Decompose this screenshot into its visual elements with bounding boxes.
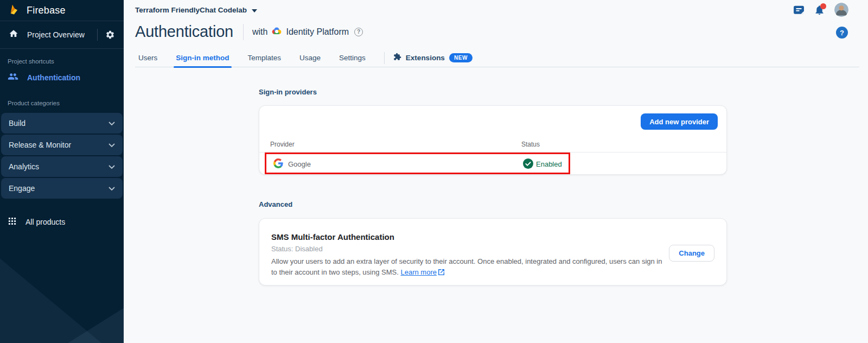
tab-sign-in-method[interactable]: Sign-in method bbox=[173, 49, 232, 67]
project-overview-row: Project Overview bbox=[0, 21, 124, 49]
check-circle-icon bbox=[523, 158, 533, 171]
sms-mfa-description: Allow your users to add an extra layer o… bbox=[271, 256, 662, 278]
tab-bar: Users Sign-in method Templates Usage Set… bbox=[135, 49, 859, 67]
sidebar-item-all-products[interactable]: All products bbox=[0, 213, 124, 231]
sms-mfa-card: SMS Multi-factor Authentication Status: … bbox=[259, 218, 727, 285]
sms-mfa-title: SMS Multi-factor Authentication bbox=[271, 232, 394, 242]
topbar-icons bbox=[793, 3, 848, 17]
release-notes-icon bbox=[793, 5, 805, 15]
status-badge: Enabled bbox=[536, 160, 562, 168]
category-list: Build Release & Monitor Analytics Engage bbox=[0, 113, 124, 199]
new-badge: NEW bbox=[449, 53, 473, 62]
provider-row-google[interactable]: Google Enabled bbox=[259, 153, 726, 174]
advanced-heading: Advanced bbox=[259, 200, 292, 208]
tab-usage[interactable]: Usage bbox=[296, 49, 324, 67]
google-g-icon bbox=[273, 158, 283, 170]
dropdown-caret-icon bbox=[252, 5, 257, 15]
chevron-down-icon bbox=[108, 183, 115, 193]
google-cloud-icon bbox=[271, 27, 282, 37]
sidebar-category-engage[interactable]: Engage bbox=[1, 178, 123, 199]
page-header: Authentication with Identity Platform ? bbox=[135, 23, 363, 41]
change-button[interactable]: Change bbox=[669, 245, 714, 262]
external-link-icon bbox=[438, 268, 444, 278]
sidebar-item-authentication[interactable]: Authentication bbox=[0, 68, 124, 87]
page-title: Authentication bbox=[135, 23, 233, 41]
firebase-logo[interactable]: Firebase bbox=[0, 0, 124, 21]
sidebar-category-build[interactable]: Build bbox=[1, 113, 123, 134]
column-status: Status bbox=[521, 141, 540, 148]
sidebar: Firebase Project Overview Project shortc… bbox=[0, 0, 124, 343]
notification-dot bbox=[820, 3, 826, 9]
sidebar-category-release-monitor[interactable]: Release & Monitor bbox=[1, 135, 123, 155]
column-provider: Provider bbox=[270, 141, 295, 148]
home-icon bbox=[9, 29, 18, 41]
gear-icon bbox=[105, 30, 115, 40]
help-circle-icon[interactable]: ? bbox=[354, 28, 363, 36]
tab-users[interactable]: Users bbox=[135, 49, 161, 67]
release-notes-button[interactable] bbox=[793, 5, 805, 15]
project-shortcuts-label: Project shortcuts bbox=[0, 58, 124, 65]
chevron-down-icon bbox=[108, 140, 115, 150]
grid-icon bbox=[8, 217, 17, 228]
main-area: Terraform FriendlyChat Codelab bbox=[124, 0, 868, 343]
providers-card: Add new provider Provider Status Google … bbox=[259, 105, 727, 175]
table-header: Provider Status bbox=[259, 138, 726, 153]
sms-mfa-status: Status: Disabled bbox=[271, 245, 323, 253]
with-label: with bbox=[252, 27, 267, 37]
firebase-flame-icon bbox=[8, 3, 20, 17]
product-categories-label: Product categories bbox=[0, 100, 124, 106]
tab-settings[interactable]: Settings bbox=[336, 49, 369, 67]
user-avatar[interactable] bbox=[834, 3, 848, 17]
project-selector[interactable]: Terraform FriendlyChat Codelab bbox=[135, 5, 257, 15]
platform-label: Identity Platform bbox=[286, 27, 349, 37]
group-icon bbox=[8, 71, 18, 84]
divider bbox=[97, 29, 98, 41]
chevron-down-icon bbox=[108, 118, 115, 128]
sidebar-item-label: Authentication bbox=[27, 73, 80, 82]
chevron-down-icon bbox=[108, 162, 115, 172]
tab-extensions[interactable]: Extensions NEW bbox=[393, 49, 473, 67]
sidebar-item-project-overview[interactable]: Project Overview bbox=[27, 30, 97, 39]
divider bbox=[243, 24, 244, 40]
identity-platform-badge: with Identity Platform ? bbox=[252, 27, 363, 37]
sidebar-item-label: All products bbox=[25, 218, 65, 226]
providers-heading: Sign-in providers bbox=[259, 88, 317, 96]
sidebar-category-analytics[interactable]: Analytics bbox=[1, 156, 123, 177]
help-button[interactable]: ? bbox=[836, 27, 848, 39]
tab-templates[interactable]: Templates bbox=[245, 49, 285, 67]
provider-name: Google bbox=[288, 160, 311, 168]
divider bbox=[384, 52, 385, 64]
puzzle-icon bbox=[393, 53, 401, 63]
project-settings-button[interactable] bbox=[105, 30, 115, 40]
notifications-button[interactable] bbox=[814, 4, 825, 16]
add-new-provider-button[interactable]: Add new provider bbox=[641, 113, 718, 130]
app-name: Firebase bbox=[27, 5, 66, 16]
learn-more-link[interactable]: Learn more bbox=[400, 268, 436, 276]
